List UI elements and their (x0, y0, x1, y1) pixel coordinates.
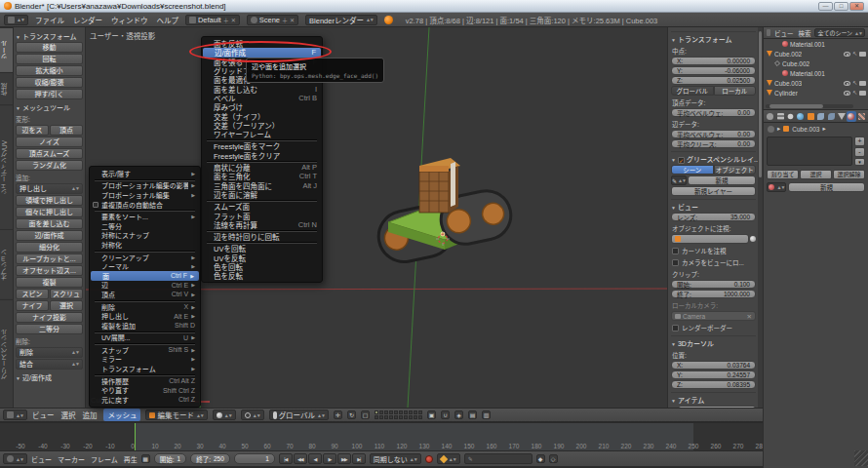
layer-toggle-8[interactable] (409, 410, 413, 414)
mesh-menu-item-複製を追加[interactable]: 複製を追加Shift D (90, 321, 200, 331)
npanel-panel-ビュー[interactable]: ▼ビュー (671, 199, 756, 212)
material-選択-button[interactable]: 選択 (800, 170, 832, 179)
segment-button-グローバル[interactable]: グローバル (671, 86, 714, 96)
mesh-menu-item-二等分[interactable]: 二等分 (90, 221, 200, 231)
selectability-pointer-icon[interactable]: ↖ (852, 81, 857, 86)
properties-tab-object-data[interactable] (837, 111, 846, 122)
playback-button-0[interactable]: |◀ (279, 453, 293, 464)
render-engine-selector[interactable]: Blenderレンダー ▲▼ (305, 15, 377, 25)
toolshelf-button-移動[interactable]: 移動 (16, 42, 83, 53)
render-opengl-button[interactable]: ▤ (468, 410, 477, 419)
material-選択解除-button[interactable]: 選択解除 (833, 170, 865, 179)
npanel-number-field-平均クリース:[interactable]: 平均クリース:0.00 (671, 139, 756, 148)
layer-toggle-7[interactable] (404, 410, 408, 414)
toolshelf-button-細分化[interactable]: 細分化 (16, 242, 83, 253)
outliner-hscrollbar[interactable] (766, 104, 853, 108)
mesh-menu-item-対称にスナップ[interactable]: 対称にスナップ (90, 231, 200, 241)
view3d-editor-type-menu[interactable]: ▲▼ (3, 410, 27, 420)
visibility-eye-icon[interactable] (844, 52, 850, 57)
remove-scene-icon[interactable]: ✕ (290, 17, 295, 23)
current-frame-field[interactable]: 1 (234, 453, 275, 464)
toolshelf-button-ランダム化[interactable]: ランダム化 (16, 160, 83, 171)
outliner-editor-icon[interactable] (767, 29, 770, 36)
renderability-camera-icon[interactable] (859, 81, 866, 86)
timeline-menu-再生[interactable]: 再生 (124, 454, 138, 464)
toolshelf-button-個々に押し出し[interactable]: 個々に押し出し (16, 207, 83, 217)
npanel-panel-3Dカーソル[interactable]: ▼3Dカーソル (671, 335, 756, 348)
mesh-menu-item-ノーマル[interactable]: ノーマル▶ (90, 261, 200, 271)
mesh-menu-item-頂点[interactable]: 頂点Ctrl V▶ (90, 290, 200, 299)
material-slot-list[interactable] (767, 136, 852, 166)
tank-model[interactable] (374, 158, 515, 266)
info-menu-ヘルプ[interactable]: ヘルプ (156, 15, 178, 25)
face-menu-item-ワイヤーフレーム[interactable]: ワイヤーフレーム (202, 130, 322, 138)
properties-tab-render[interactable] (766, 111, 774, 122)
timeline-menu-マーカー[interactable]: マーカー (58, 454, 85, 464)
mesh-menu-item-プロポーショナル編集[interactable]: プロポーショナル編集▶ (90, 190, 200, 200)
selectability-pointer-icon[interactable]: ↖ (852, 91, 857, 96)
layer-toggle-5[interactable] (394, 410, 398, 414)
screen-layout-selector[interactable]: Default ＋ ✕ (185, 15, 240, 25)
mesh-menu-item-辺[interactable]: 辺Ctrl E▶ (90, 281, 200, 291)
info-menu-レンダー[interactable]: レンダー (73, 15, 102, 25)
layer-toggle-3[interactable] (384, 410, 388, 414)
toolshelf-tab-作成[interactable]: 作成 (0, 72, 13, 104)
timeline-current-frame-line[interactable] (135, 423, 136, 450)
material-new-button[interactable]: 新規 (788, 182, 865, 192)
toolshelf-tab-シェーディング/UV[interactable]: シェーディング/UV (0, 104, 13, 229)
properties-tab-object[interactable] (807, 111, 815, 122)
mesh-menu-item-押し出し[interactable]: 押し出しAlt E▶ (90, 311, 200, 321)
toolshelf-button-領域で押し出し[interactable]: 領域で押し出し (16, 195, 83, 206)
toolshelf-tab-グリースペンシル[interactable]: グリースペンシル (0, 299, 13, 408)
toolshelf-button-ナイフ[interactable]: ナイフ (16, 300, 49, 311)
clear-icon[interactable]: ✕ (747, 312, 752, 321)
properties-tab-modifiers[interactable] (826, 111, 835, 122)
layer-toggle-4[interactable] (389, 410, 393, 414)
layer-toggle-1[interactable] (375, 410, 378, 414)
properties-tab-material[interactable] (847, 111, 855, 122)
lock-to-object-field[interactable] (671, 234, 749, 244)
toolshelf-button-オフセット辺ス...[interactable]: オフセット辺ス... (16, 265, 83, 276)
mesh-menu-item-操作履歴[interactable]: 操作履歴Ctrl Alt Z (90, 376, 200, 386)
info-menu-ウィンドウ[interactable]: ウィンドウ (111, 15, 148, 25)
outliner-row-Material.001[interactable]: Material.001 (764, 68, 868, 78)
npanel-button-新規[interactable]: 新規 (688, 176, 756, 185)
editor-type-menu[interactable]: ▲▼ (4, 15, 28, 25)
delete-keyframe-button[interactable]: ◇ (549, 454, 558, 463)
layer-toggle-9[interactable] (414, 410, 417, 414)
properties-tab-texture[interactable] (857, 111, 866, 122)
outliner-filter-selector[interactable]: 全てのシーン ▲▼ (814, 28, 865, 37)
npanel-checkbox-カメラをビューにロ...[interactable]: カメラをビューにロ... (672, 257, 755, 267)
outliner-menu-検索[interactable]: 検索 (798, 28, 810, 38)
toolshelf-button-頂点スムーズ[interactable]: 頂点スムーズ (16, 148, 83, 159)
toolshelf-button-辺をス[interactable]: 辺をス (16, 125, 49, 136)
view3d-menu-メッシュ[interactable]: メッシュ (103, 409, 140, 421)
playback-button-2[interactable]: ◀ (308, 453, 322, 464)
mesh-menu-item-要素をソート...[interactable]: 要素をソート...▶ (90, 212, 200, 221)
npanel-checkbox-レンダーボーダー[interactable]: レンダーボーダー (672, 323, 755, 332)
toolshelf-button-面を差し込む[interactable]: 面を差し込む (16, 218, 83, 229)
properties-tab-scene[interactable] (786, 111, 795, 122)
renderability-camera-icon[interactable] (859, 52, 866, 57)
layer-toggle-17[interactable] (404, 415, 408, 419)
npanel-button-新規レイヤー[interactable]: 新規レイヤー (671, 186, 756, 196)
n-panel-scrollbar-thumb[interactable] (759, 31, 762, 177)
layer-toggle-15[interactable] (394, 415, 398, 419)
render-opengl-anim-button[interactable]: ▥ (482, 410, 491, 419)
toolshelf-button-収縮/膨張[interactable]: 収縮/膨張 (16, 77, 83, 88)
properties-tab-constraints[interactable] (816, 111, 825, 122)
face-menu-item-法線を再計算[interactable]: 法線を再計算Ctrl N (202, 220, 322, 229)
outliner-hscrollbar-thumb[interactable] (769, 104, 823, 108)
slot-add-button[interactable]: + (854, 136, 865, 146)
npanel-number-field-開始:[interactable]: 開始:0.100 (671, 280, 756, 289)
npanel-number-field-Z:[interactable]: Z:0.02500 (671, 76, 756, 85)
toolshelf-button-ナイフ投影[interactable]: ナイフ投影 (16, 312, 83, 323)
toolshelf-button-頂点[interactable]: 頂点 (50, 125, 83, 136)
renderability-camera-icon[interactable] (859, 91, 866, 96)
snap-magnet-icon[interactable]: ∪ (441, 410, 450, 419)
toolshelf-panel-トランスフォーム[interactable]: ▼トランスフォーム (16, 31, 83, 41)
toolshelf-menu-button-結合[interactable]: 結合▲▼ (16, 359, 83, 370)
minimize-button[interactable]: — (818, 2, 833, 11)
layer-toggle-11[interactable] (375, 415, 378, 419)
npanel-panel-グリースペンシルレイ...[interactable]: ▼✓グリースペンシルレイ... (671, 151, 756, 164)
